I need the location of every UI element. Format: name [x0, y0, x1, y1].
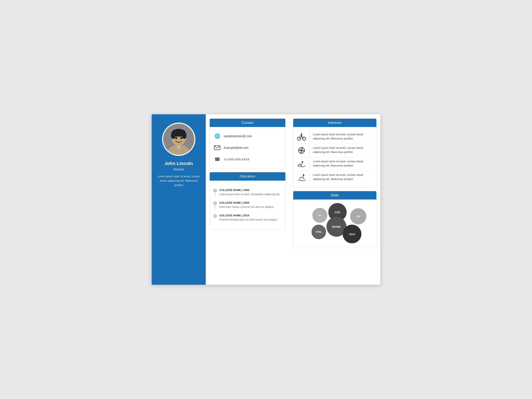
edu-title-1: COLLEGE NAME | 2000 — [219, 201, 282, 204]
svg-point-27 — [303, 174, 304, 176]
rowing-icon — [297, 159, 306, 169]
contact-header: Contact — [210, 119, 285, 127]
left-panel: John Lincoln Director Lorem ipsum dolor … — [152, 114, 206, 285]
contact-card: Contact 🌐 sampledomain@.com Exa — [209, 119, 285, 169]
interest-text-2: Lorem ipsum dolor sit amet, consec tetue… — [313, 159, 373, 167]
skill-bubble-vb: VB — [350, 208, 366, 224]
svg-point-6 — [182, 132, 187, 139]
svg-point-22 — [302, 161, 303, 163]
resume-card: John Lincoln Director Lorem ipsum dolor … — [152, 114, 380, 285]
interest-item-2: Lorem ipsum dolor sit amet, consec tetue… — [297, 157, 373, 171]
person-title: Director — [173, 167, 184, 171]
education-card: Education COLLEGE NAME | 1990 Lorem ipsu… — [209, 172, 285, 230]
contact-row-website: 🌐 sampledomain@.com — [213, 130, 282, 142]
swimming-icon — [297, 173, 306, 182]
svg-point-8 — [180, 137, 182, 139]
skills-bubble-area: AICSSVBSPARKHTMLJava — [297, 203, 373, 244]
svg-line-28 — [303, 178, 304, 179]
svg-point-5 — [171, 132, 176, 139]
edu-desc-1: Nulla enim massa, euismod nec dolor at, … — [219, 205, 282, 209]
svg-line-24 — [300, 164, 302, 165]
contact-website: sampledomain@.com — [224, 134, 252, 138]
edu-desc-2: Praesent tincidunt purls ac tortor luctu… — [219, 218, 282, 222]
skill-bubble-java: Java — [343, 225, 361, 243]
skill-bubble-html: HTML — [311, 225, 326, 239]
edu-dot-1 — [214, 202, 216, 205]
interest-text-3: Lorem ipsum dolor sit amet, consec tetue… — [313, 173, 373, 181]
edu-desc-0: Lorem ipsum dolor sit amet, consectetur … — [219, 192, 282, 196]
interests-header: Interests — [293, 119, 376, 127]
interest-item-0: Lorem ipsum dolor sit amet, consec tetue… — [297, 130, 373, 144]
interests-body: Lorem ipsum dolor sit amet, consec tetue… — [293, 127, 376, 187]
interests-card: Interests — [293, 119, 377, 188]
skills-card: Skills AICSSVBSPARKHTMLJava — [293, 191, 377, 248]
interest-item-3: Lorem ipsum dolor sit amet, consec tetue… — [297, 171, 373, 184]
col-left: Contact 🌐 sampledomain@.com Exa — [206, 114, 289, 285]
education-header: Education — [210, 172, 285, 181]
basketball-icon — [297, 146, 306, 155]
contact-row-phone: ☎ +1-XXX-XXX-XXXX — [213, 154, 282, 165]
edu-item-0: COLLEGE NAME | 1990 Lorem ipsum dolor si… — [213, 186, 282, 199]
interest-text-1: Lorem ipsum dolor sit amet, consec tetue… — [313, 146, 373, 154]
edu-dot-0 — [214, 189, 216, 192]
person-name: John Lincoln — [165, 161, 193, 166]
edu-item-1: COLLEGE NAME | 2000 Nulla enim massa, eu… — [213, 199, 282, 211]
skill-bubble-ai: AI — [312, 208, 327, 223]
edu-title-2: COLLEGE NAME | 2018 — [219, 214, 282, 217]
contact-phone: +1-XXX-XXX-XXXX — [224, 158, 249, 161]
right-content: Contact 🌐 sampledomain@.com Exa — [206, 114, 380, 285]
globe-icon: 🌐 — [213, 132, 221, 140]
col-right: Interests — [289, 114, 380, 285]
email-icon — [213, 144, 221, 152]
svg-line-23 — [302, 163, 302, 165]
interest-text-0: Lorem ipsum dolor sit amet, consec tetue… — [313, 132, 373, 140]
skills-header: Skills — [293, 191, 376, 200]
edu-title-0: COLLEGE NAME | 1990 — [219, 189, 282, 192]
svg-line-26 — [298, 164, 300, 166]
cycling-icon — [297, 132, 306, 141]
interest-item-1: Lorem ipsum dolor sit amet, consec tetue… — [297, 144, 373, 157]
svg-point-7 — [175, 137, 177, 139]
education-body: COLLEGE NAME | 1990 Lorem ipsum dolor si… — [210, 181, 285, 229]
contact-body: 🌐 sampledomain@.com Example@Me.com — [210, 127, 285, 169]
edu-timeline: COLLEGE NAME | 1990 Lorem ipsum dolor si… — [213, 184, 282, 226]
avatar — [162, 123, 195, 156]
person-bio: Lorem ipsum dolor sit amet, consec tetue… — [156, 174, 202, 187]
edu-item-2: COLLEGE NAME | 2018 Praesent tincidunt p… — [213, 211, 282, 224]
svg-line-25 — [301, 165, 302, 166]
contact-email: Example@Me.com — [224, 146, 248, 149]
phone-icon: ☎ — [213, 156, 221, 163]
edu-dot-2 — [214, 215, 216, 217]
skills-body: AICSSVBSPARKHTMLJava — [293, 200, 376, 248]
svg-point-13 — [301, 133, 302, 135]
contact-row-email: Example@Me.com — [213, 142, 282, 154]
